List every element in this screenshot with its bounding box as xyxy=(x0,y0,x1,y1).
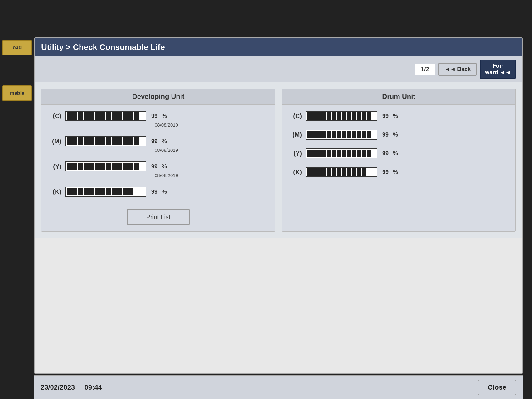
color-label-c: (C) xyxy=(49,113,61,120)
color-label-m: (M) xyxy=(49,138,61,145)
percent-y-dev: 99 xyxy=(151,163,157,170)
drum-color-label-c: (C) xyxy=(289,113,302,120)
print-list-area: Print List xyxy=(41,203,275,231)
breadcrumb: Utility > Check Consumable Life xyxy=(41,42,165,52)
drum-row-m: (M) 99 % xyxy=(289,130,508,140)
content-area: Developing Unit (C) 99 % xyxy=(35,82,522,238)
forward-button[interactable]: For-ward ◄◄ xyxy=(480,60,516,79)
color-label-y: (Y) xyxy=(49,163,61,170)
drum-color-label-m: (M) xyxy=(289,131,302,138)
drum-color-label-y: (Y) xyxy=(289,150,302,157)
progress-bar-y-dev xyxy=(65,161,146,171)
drum-color-label-k: (K) xyxy=(289,169,302,176)
sidebar-btn-2[interactable]: mable xyxy=(2,85,32,101)
percent-c-dev: 99 xyxy=(151,113,157,119)
sidebar-left: oad mable xyxy=(0,37,34,103)
progress-bar-k-drum xyxy=(306,167,377,177)
percent-m-drum: 99 xyxy=(382,132,389,138)
progress-bar-y-drum xyxy=(306,148,377,158)
sidebar-btn-1[interactable]: oad xyxy=(2,40,32,55)
page-indicator: 1/2 xyxy=(415,64,435,75)
close-button[interactable]: Close xyxy=(478,380,516,395)
date-display: 23/02/2023 xyxy=(41,383,75,391)
developing-unit-panel: Developing Unit (C) 99 % xyxy=(41,89,275,232)
drum-unit-header: Drum Unit xyxy=(282,89,515,105)
date-m-dev: 08/08/2019 xyxy=(49,147,268,153)
developing-row-k: (K) 99 % xyxy=(49,187,268,197)
drum-unit-body: (C) 99 % (M) xyxy=(282,105,515,183)
main-panel: Utility > Check Consumable Life 1/2 ◄◄ B… xyxy=(34,37,523,374)
nav-bar: 1/2 ◄◄ Back For-ward ◄◄ xyxy=(35,56,522,82)
datetime-display: 23/02/2023 09:44 xyxy=(41,383,102,392)
progress-bar-c-drum xyxy=(306,111,377,121)
forward-arrows-icon: ◄◄ xyxy=(500,69,511,75)
color-label-k: (K) xyxy=(49,188,61,195)
drum-row-k: (K) 99 % xyxy=(289,167,508,177)
date-y-dev: 08/08/2019 xyxy=(49,173,268,178)
bottom-bar: 23/02/2023 09:44 Close xyxy=(34,375,523,399)
percent-c-drum: 99 xyxy=(382,113,389,119)
time-display: 09:44 xyxy=(85,383,102,391)
back-button[interactable]: ◄◄ Back xyxy=(438,63,477,76)
progress-bar-k-dev xyxy=(65,187,146,197)
drum-unit-panel: Drum Unit (C) 99 % xyxy=(282,89,516,232)
title-bar: Utility > Check Consumable Life xyxy=(35,38,522,56)
percent-k-dev: 99 xyxy=(151,189,157,195)
print-list-button[interactable]: Print List xyxy=(127,209,190,225)
percent-m-dev: 99 xyxy=(151,138,157,145)
developing-unit-body: (C) 99 % 08/08/2019 xyxy=(41,105,275,203)
developing-row-m: (M) 99 % 08/08/2019 xyxy=(49,136,268,153)
progress-bar-m-drum xyxy=(306,130,377,140)
percent-k-drum: 99 xyxy=(382,169,389,175)
progress-bar-c-dev xyxy=(65,111,146,121)
date-c-dev: 08/08/2019 xyxy=(49,122,268,127)
drum-row-c: (C) 99 % xyxy=(289,111,508,121)
progress-bar-m-dev xyxy=(65,136,146,146)
developing-unit-header: Developing Unit xyxy=(41,89,275,105)
developing-row-c: (C) 99 % 08/08/2019 xyxy=(49,111,268,127)
percent-y-drum: 99 xyxy=(382,150,389,157)
drum-row-y: (Y) 99 % xyxy=(289,148,508,158)
developing-row-y: (Y) 99 % 08/08/2019 xyxy=(49,161,268,178)
